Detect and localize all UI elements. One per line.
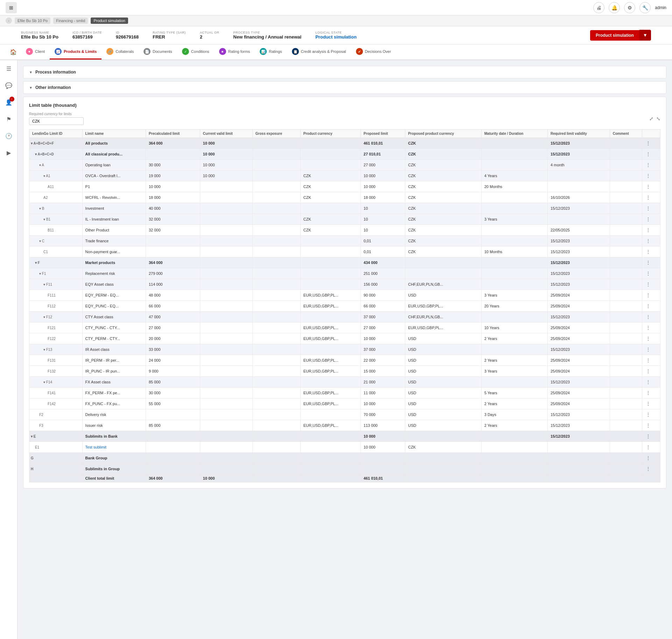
- row-gross: [252, 246, 300, 257]
- product-simulation-button[interactable]: Product simulation: [590, 30, 639, 41]
- row-proposed: 251 000: [360, 268, 405, 279]
- row-menu-button[interactable]: ⋮: [645, 216, 651, 223]
- row-menu-button[interactable]: ⋮: [645, 313, 651, 320]
- breadcrumb-item-2[interactable]: Product simulation: [91, 18, 128, 24]
- row-menu-button[interactable]: ⋮: [645, 248, 651, 255]
- row-menu-button[interactable]: ⋮: [645, 389, 651, 396]
- topbar-left: ⊞: [6, 2, 17, 13]
- row-prod-curr: CZK: [300, 214, 360, 225]
- tab-documents[interactable]: 📄 Documents: [139, 44, 177, 60]
- row-curr-valid: [200, 398, 252, 409]
- row-limit-name: EQY_PUNC - EQ...: [82, 301, 146, 312]
- row-req-validity: 15/12/2023: [547, 431, 610, 442]
- tab-credit-analysis[interactable]: 📋 Credit analysis & Proposal: [287, 44, 351, 60]
- row-menu-button[interactable]: ⋮: [645, 324, 651, 331]
- breadcrumb-item-1[interactable]: Financing - smlid: [53, 18, 88, 24]
- row-menu-button[interactable]: ⋮: [645, 172, 651, 179]
- row-curr-valid: [200, 268, 252, 279]
- app-menu-icon[interactable]: ⊞: [6, 2, 17, 13]
- row-menu-cell: ⋮: [642, 160, 660, 171]
- row-menu-button[interactable]: ⋮: [645, 400, 651, 407]
- row-limit-name: Issuer risk: [82, 420, 146, 431]
- row-menu-button[interactable]: ⋮: [645, 433, 651, 440]
- tab-home[interactable]: 🏠: [6, 46, 21, 58]
- row-menu-button[interactable]: ⋮: [645, 422, 651, 429]
- row-menu-button[interactable]: ⋮: [645, 161, 651, 168]
- expand-table-button[interactable]: ⤢: [649, 116, 653, 121]
- row-menu-button[interactable]: ⋮: [645, 368, 651, 375]
- row-menu-button[interactable]: ⋮: [645, 194, 651, 201]
- row-limit-name[interactable]: Test sublimit: [82, 442, 146, 453]
- info-bar: BUSINESS NAME Efile Bu Sb 10 Po ICO / BI…: [0, 26, 672, 44]
- sidebar-clock-icon[interactable]: 🕐: [3, 130, 14, 141]
- row-menu-button[interactable]: ⋮: [645, 378, 651, 386]
- row-menu-button[interactable]: ⋮: [645, 183, 651, 190]
- row-precalc: 33 000: [146, 344, 200, 355]
- row-proposed: 11 000: [360, 388, 405, 398]
- row-menu-button[interactable]: ⋮: [645, 335, 651, 342]
- row-menu-button[interactable]: ⋮: [645, 205, 651, 212]
- process-type-field: PROCESS TYPE New financing / Annual rene…: [233, 31, 302, 40]
- row-menu-cell: ⋮: [642, 225, 660, 236]
- row-limit-id: F2: [29, 409, 83, 420]
- tab-products-limits[interactable]: 📈 Products & Limits: [50, 44, 102, 60]
- tools-icon[interactable]: 🔧: [639, 2, 651, 13]
- sidebar-menu-icon[interactable]: ☰: [3, 63, 14, 74]
- row-limit-id: ▾ F12: [29, 312, 83, 322]
- row-curr-valid: [200, 366, 252, 377]
- sidebar-flag-icon[interactable]: ⚑: [3, 113, 14, 125]
- other-information-section[interactable]: ▼ Other information: [23, 81, 666, 94]
- row-menu-button[interactable]: ⋮: [645, 151, 651, 158]
- row-menu-button[interactable]: ⋮: [645, 281, 651, 288]
- breadcrumb-item-0[interactable]: Efile Bu Sb 10 Po: [15, 18, 50, 24]
- row-menu-button[interactable]: ⋮: [645, 227, 651, 234]
- col-header-gross: Gross exposure: [252, 130, 300, 138]
- tab-ratings[interactable]: 📊 Ratings: [255, 44, 287, 60]
- tab-client[interactable]: ♥ Client: [21, 44, 50, 60]
- business-name-value: Efile Bu Sb 10 Po: [21, 34, 58, 40]
- process-information-section[interactable]: ▼ Process information: [23, 66, 666, 78]
- sidebar-user-icon[interactable]: 👤 !: [3, 97, 14, 108]
- row-prod-curr: CZK: [300, 192, 360, 203]
- notification-icon[interactable]: 🔔: [609, 2, 620, 13]
- table-row: F111EQY_PERM - EQ...48 000EUR,USD,GBP,PL…: [29, 290, 660, 301]
- row-maturity: [481, 464, 547, 474]
- row-precalc: 27 000: [146, 322, 200, 333]
- row-gross: [252, 171, 300, 181]
- row-menu-button[interactable]: ⋮: [645, 444, 651, 451]
- tab-conditions[interactable]: ✓ Conditions: [177, 44, 214, 60]
- row-menu-button[interactable]: ⋮: [645, 237, 651, 244]
- product-simulation-dropdown-arrow[interactable]: ▼: [639, 30, 651, 41]
- row-proposed: 27 000: [360, 160, 405, 171]
- currency-select-input[interactable]: [29, 117, 84, 125]
- row-gross: [252, 236, 300, 246]
- row-menu-button[interactable]: ⋮: [645, 411, 651, 418]
- row-maturity: 10 Months: [481, 246, 547, 257]
- row-menu-button[interactable]: ⋮: [645, 292, 651, 299]
- row-req-validity: 15/12/2023: [547, 149, 610, 160]
- row-precalc: 114 000: [146, 279, 200, 290]
- row-prop-prod-curr: CZK: [405, 214, 481, 225]
- breadcrumb-back-arrow[interactable]: ›: [6, 18, 12, 24]
- row-menu-button[interactable]: ⋮: [645, 270, 651, 277]
- row-menu-button[interactable]: ⋮: [645, 303, 651, 310]
- tab-decisions-over[interactable]: ✔ Decisions Over: [351, 44, 396, 60]
- row-menu-button[interactable]: ⋮: [645, 346, 651, 353]
- row-curr-valid: [200, 377, 252, 388]
- row-menu-button[interactable]: ⋮: [645, 465, 651, 472]
- row-menu-button[interactable]: ⋮: [645, 140, 651, 147]
- row-menu-button[interactable]: ⋮: [645, 357, 651, 364]
- row-menu-cell: ⋮: [642, 301, 660, 312]
- sidebar-chat-icon[interactable]: 💬: [3, 80, 14, 91]
- logical-state-label: LOGICAL STATE: [315, 31, 357, 34]
- settings-icon[interactable]: ⚙: [624, 2, 635, 13]
- print-icon[interactable]: 🖨: [593, 2, 604, 13]
- row-menu-button[interactable]: ⋮: [645, 259, 651, 266]
- tab-collaterals[interactable]: 🔗 Collaterals: [102, 44, 139, 60]
- sidebar-play-icon[interactable]: ▶: [3, 147, 14, 158]
- collapse-table-button[interactable]: ⤡: [656, 116, 660, 121]
- row-prod-curr: [300, 279, 360, 290]
- tab-rating-forms[interactable]: ★ Rating forms: [214, 44, 255, 60]
- row-menu-button[interactable]: ⋮: [645, 454, 651, 461]
- row-limit-name: Sublimits in Group: [82, 464, 146, 474]
